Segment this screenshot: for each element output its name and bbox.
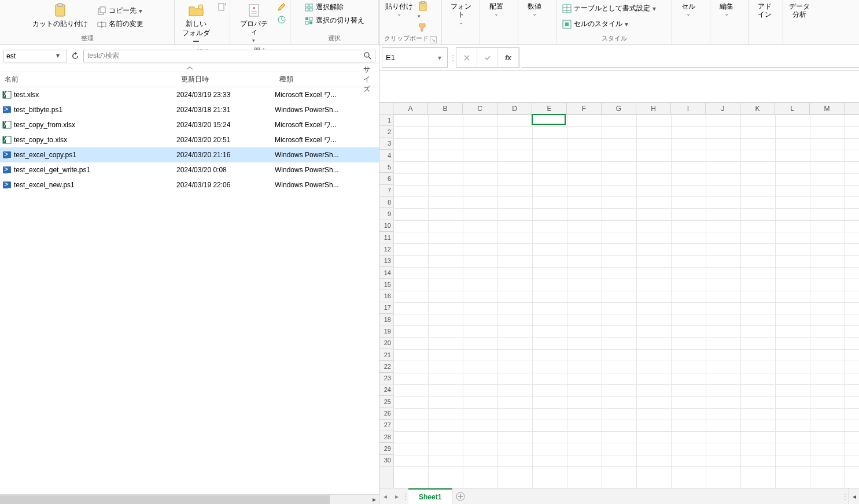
row-header-2[interactable]: 2: [379, 126, 393, 138]
font-button[interactable]: フォント⌄: [445, 1, 476, 27]
row-header-15[interactable]: 15: [379, 279, 393, 290]
row-header-5[interactable]: 5: [379, 161, 393, 173]
tab-nav-prev[interactable]: ◂: [379, 488, 391, 504]
hscroll-left-arrow[interactable]: ◂: [849, 488, 859, 504]
col-date[interactable]: 更新日時: [176, 75, 275, 84]
file-row[interactable]: >_test_excel_get_write.ps12024/03/20 0:0…: [0, 162, 379, 177]
row-header-3[interactable]: 3: [379, 138, 393, 150]
chevron-down-icon[interactable]: ▾: [438, 54, 446, 62]
file-row[interactable]: >_test_bitbyte.ps12024/03/18 21:31Window…: [0, 102, 379, 117]
row-header-21[interactable]: 21: [379, 349, 393, 361]
row-header-11[interactable]: 11: [379, 232, 393, 243]
cell-styles-button[interactable]: セルのスタイル ▾: [560, 18, 658, 30]
sheet-tab-active[interactable]: Sheet1: [408, 488, 452, 504]
row-header-10[interactable]: 10: [379, 220, 393, 232]
row-header-23[interactable]: 23: [379, 373, 393, 384]
file-row[interactable]: >_test_excel_new.ps12024/03/19 22:06Wind…: [0, 177, 379, 192]
collapse-chevron[interactable]: [0, 64, 379, 72]
row-header-1[interactable]: 1: [379, 114, 393, 126]
col-header-M[interactable]: M: [810, 103, 845, 114]
cell-cursor[interactable]: [532, 114, 566, 125]
cells-area[interactable]: [393, 114, 859, 488]
grip-icon[interactable]: ⋮: [403, 492, 408, 501]
row-header-6[interactable]: 6: [379, 173, 393, 184]
grip-icon[interactable]: ⋮: [450, 45, 456, 70]
row-header-24[interactable]: 24: [379, 384, 393, 396]
cells-button[interactable]: セル⌄: [676, 1, 701, 18]
row-header-13[interactable]: 13: [379, 255, 393, 267]
history-icon[interactable]: [277, 15, 286, 24]
col-header-H[interactable]: H: [636, 103, 671, 114]
row-header-20[interactable]: 20: [379, 338, 393, 349]
col-header-K[interactable]: K: [740, 103, 775, 114]
grip-icon[interactable]: ⋮: [842, 492, 849, 501]
row-header-19[interactable]: 19: [379, 325, 393, 337]
formula-input[interactable]: [522, 47, 859, 68]
row-header-8[interactable]: 8: [379, 197, 393, 208]
format-as-table-button[interactable]: テーブルとして書式設定 ▾: [560, 2, 658, 14]
new-folder-button[interactable]: 新しい フォルダー: [178, 1, 213, 47]
select-all-corner[interactable]: [379, 103, 393, 114]
row-header-9[interactable]: 9: [379, 208, 393, 220]
data-analysis-button[interactable]: データ分析: [787, 1, 812, 20]
row-header-26[interactable]: 26: [379, 407, 393, 419]
edit-button[interactable]: 編集⌄: [714, 1, 739, 18]
col-header-G[interactable]: G: [602, 103, 636, 114]
name-box[interactable]: ▾: [382, 47, 448, 68]
row-header-7[interactable]: 7: [379, 185, 393, 197]
edit-icon[interactable]: [277, 2, 286, 12]
row-header-29[interactable]: 29: [379, 443, 393, 454]
row-header-22[interactable]: 22: [379, 361, 393, 372]
address-bar[interactable]: ▾: [3, 50, 67, 62]
col-header-F[interactable]: F: [567, 103, 602, 114]
col-header-C[interactable]: C: [463, 103, 497, 114]
hscroll-thumb[interactable]: [0, 495, 330, 504]
invert-selection-button[interactable]: 選択の切り替え: [302, 14, 367, 27]
row-header-14[interactable]: 14: [379, 267, 393, 279]
paste-icon[interactable]: ▾: [418, 1, 428, 20]
row-header-28[interactable]: 28: [379, 431, 393, 443]
dialog-launcher-clipboard[interactable]: ↘: [430, 36, 437, 43]
tab-nav-next[interactable]: ▸: [391, 488, 403, 504]
col-header-I[interactable]: I: [671, 103, 706, 114]
row-header-25[interactable]: 25: [379, 396, 393, 407]
file-row[interactable]: >_test_excel_copy.ps12024/03/20 21:16Win…: [0, 147, 379, 162]
properties-button[interactable]: プロパティ ▾: [234, 1, 274, 45]
rename-button[interactable]: 名前の変更: [95, 18, 146, 30]
chevron-down-icon[interactable]: ▾: [56, 51, 65, 61]
row-header-12[interactable]: 12: [379, 243, 393, 255]
row-header-4[interactable]: 4: [379, 150, 393, 161]
row-header-30[interactable]: 30: [379, 455, 393, 466]
col-type[interactable]: 種類: [275, 75, 359, 84]
col-name[interactable]: 名前: [0, 75, 176, 84]
row-header-27[interactable]: 27: [379, 420, 393, 431]
cancel-button[interactable]: [456, 48, 477, 67]
new-item-icon[interactable]: ▾: [217, 2, 226, 12]
add-sheet-button[interactable]: [452, 488, 469, 504]
col-header-B[interactable]: B: [428, 103, 463, 114]
file-row[interactable]: Xtest_copy_to.xlsx2024/03/20 20:51Micros…: [0, 132, 379, 147]
cut-paste-button[interactable]: カットの貼り付け: [29, 1, 91, 29]
refresh-button[interactable]: [69, 50, 81, 62]
row-header-16[interactable]: 16: [379, 290, 393, 302]
col-header-E[interactable]: E: [532, 103, 567, 114]
explorer-hscroll[interactable]: ▸: [0, 494, 379, 504]
address-input[interactable]: [6, 52, 64, 60]
paste-button[interactable]: 貼り付け ⌄: [383, 1, 415, 18]
col-header-L[interactable]: L: [775, 103, 810, 114]
deselect-button[interactable]: 選択解除: [302, 1, 367, 13]
name-box-input[interactable]: [386, 53, 444, 62]
fx-button[interactable]: fx: [498, 48, 519, 67]
align-button[interactable]: 配置⌄: [484, 1, 509, 18]
addin-button[interactable]: アドイン: [752, 1, 777, 20]
file-row[interactable]: Xtest_copy_from.xlsx2024/03/20 15:24Micr…: [0, 117, 379, 132]
format-painter-icon[interactable]: [418, 22, 428, 32]
search-box[interactable]: testの検索: [83, 50, 375, 62]
col-header-J[interactable]: J: [706, 103, 740, 114]
hscroll-right-arrow[interactable]: ▸: [369, 495, 379, 505]
file-row[interactable]: Xtest.xlsx2024/03/19 23:33Microsoft Exce…: [0, 87, 379, 102]
row-header-17[interactable]: 17: [379, 302, 393, 314]
search-icon[interactable]: [363, 51, 373, 61]
row-header-18[interactable]: 18: [379, 314, 393, 325]
enter-button[interactable]: [477, 48, 498, 67]
